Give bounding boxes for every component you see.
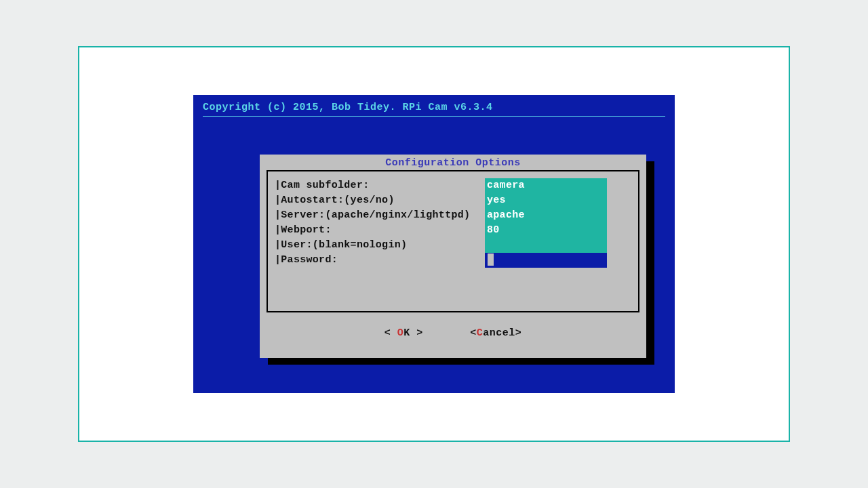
cancel-button[interactable]: <Cancel> [470,327,521,339]
copyright-header: Copyright (c) 2015, Bob Tidey. RPi Cam v… [203,102,665,117]
text-cursor [488,253,494,266]
label-user: |User:(blank=nologin) [275,238,485,253]
row-password: |Password: [275,253,631,268]
dialog-title: Configuration Options [267,157,639,169]
row-autostart: |Autostart:(yes/no) yes [275,193,631,208]
config-dialog: Configuration Options |Cam subfolder: ca… [260,155,646,358]
label-cam-subfolder: |Cam subfolder: [275,178,485,193]
label-password: |Password: [275,253,485,268]
input-password[interactable] [485,253,607,268]
row-cam-subfolder: |Cam subfolder: camera [275,178,631,193]
row-server: |Server:(apache/nginx/lighttpd) apache [275,208,631,223]
dialog-buttons: < OK > <Cancel> [267,327,639,339]
input-cam-subfolder[interactable]: camera [485,178,607,193]
input-user[interactable] [485,238,607,253]
row-user: |User:(blank=nologin) [275,238,631,253]
input-autostart[interactable]: yes [485,193,607,208]
label-server: |Server:(apache/nginx/lighttpd) [275,208,485,223]
label-webport: |Webport: [275,223,485,238]
input-server[interactable]: apache [485,208,607,223]
input-webport[interactable]: 80 [485,223,607,238]
screenshot-frame: Copyright (c) 2015, Bob Tidey. RPi Cam v… [78,46,790,442]
ok-button[interactable]: < OK > [384,327,423,339]
row-webport: |Webport: 80 [275,223,631,238]
dialog-body: |Cam subfolder: camera |Autostart:(yes/n… [267,170,639,312]
label-autostart: |Autostart:(yes/no) [275,193,485,208]
terminal-window: Copyright (c) 2015, Bob Tidey. RPi Cam v… [193,95,675,393]
